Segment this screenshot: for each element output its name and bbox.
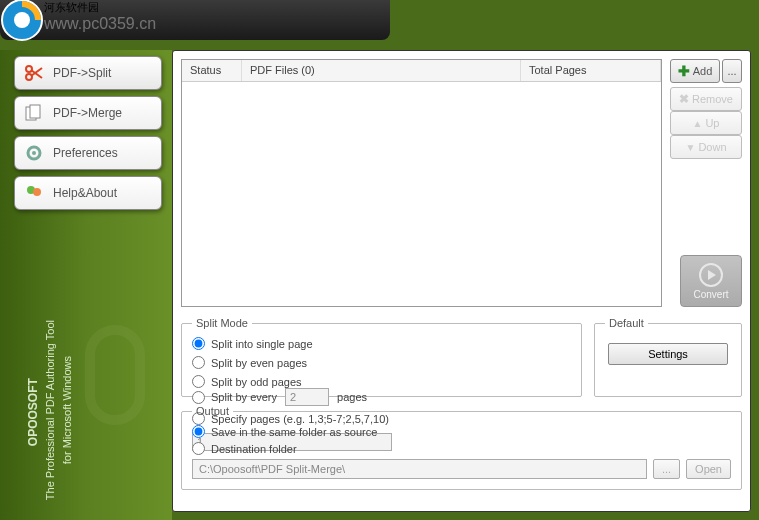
nav-label: PDF->Split (53, 66, 111, 80)
plus-icon: ✚ (678, 63, 690, 79)
nav-label: PDF->Merge (53, 106, 122, 120)
svg-rect-12 (90, 330, 140, 420)
main-panel: Status PDF Files (0) Total Pages ✚Add ..… (172, 50, 751, 512)
people-icon (23, 182, 45, 204)
browse-button[interactable]: ... (653, 459, 680, 479)
destination-path-input[interactable] (192, 459, 647, 479)
background-paperclip-icon (80, 320, 160, 440)
svg-point-11 (33, 188, 41, 196)
radio-dest-folder[interactable]: Destination folder (192, 442, 731, 455)
nav-pdf-split[interactable]: PDF->Split (14, 56, 162, 90)
nav-pdf-merge[interactable]: PDF->Merge (14, 96, 162, 130)
titlebar (0, 0, 390, 40)
default-group: Default Settings (594, 317, 742, 397)
convert-button[interactable]: Convert (680, 255, 742, 307)
col-pages[interactable]: Total Pages (521, 60, 661, 81)
radio-same-folder[interactable]: Save in the same folder as source (192, 425, 731, 438)
output-legend: Output (192, 405, 233, 417)
add-button[interactable]: ✚Add (670, 59, 720, 83)
col-status[interactable]: Status (182, 60, 242, 81)
pages-icon (23, 102, 45, 124)
sidebar: PDF->Split PDF->Merge Preferences Help&A… (0, 50, 172, 520)
settings-button[interactable]: Settings (608, 343, 728, 365)
radio-even-pages[interactable]: Split by even pages (192, 356, 372, 369)
radio-split-every[interactable]: Split by everypages (192, 388, 571, 406)
down-button[interactable]: ▼Down (670, 135, 742, 159)
arrow-down-icon: ▼ (685, 142, 695, 153)
radio-single-page[interactable]: Split into single page (192, 337, 372, 350)
svg-point-9 (32, 151, 36, 155)
file-list-header: Status PDF Files (0) Total Pages (182, 60, 661, 82)
play-icon (699, 263, 723, 287)
nav-help-about[interactable]: Help&About (14, 176, 162, 210)
up-button[interactable]: ▲Up (670, 111, 742, 135)
every-n-input[interactable] (285, 388, 329, 406)
right-actions: ✚Add ... ✖Remove ▲Up ▼Down Convert (670, 59, 742, 307)
nav-label: Preferences (53, 146, 118, 160)
arrow-up-icon: ▲ (693, 118, 703, 129)
radio-specify-pages[interactable]: Specify pages (e.g. 1,3;5-7;2,5,7,10) (192, 412, 571, 425)
svg-rect-7 (30, 105, 40, 118)
x-icon: ✖ (679, 92, 689, 106)
radio-odd-pages[interactable]: Split by odd pages (192, 375, 372, 388)
nav-label: Help&About (53, 186, 117, 200)
scissors-icon (23, 62, 45, 84)
file-list[interactable]: Status PDF Files (0) Total Pages (181, 59, 662, 307)
col-files[interactable]: PDF Files (0) (242, 60, 521, 81)
split-mode-group: Split Mode Split into single page Split … (181, 317, 582, 397)
sidebar-tagline: OPOOSOFT The Professional PDF Authoring … (24, 320, 75, 500)
split-mode-legend: Split Mode (192, 317, 252, 329)
gear-icon (23, 142, 45, 164)
nav-preferences[interactable]: Preferences (14, 136, 162, 170)
open-button[interactable]: Open (686, 459, 731, 479)
default-legend: Default (605, 317, 648, 329)
add-more-button[interactable]: ... (722, 59, 742, 83)
remove-button[interactable]: ✖Remove (670, 87, 742, 111)
